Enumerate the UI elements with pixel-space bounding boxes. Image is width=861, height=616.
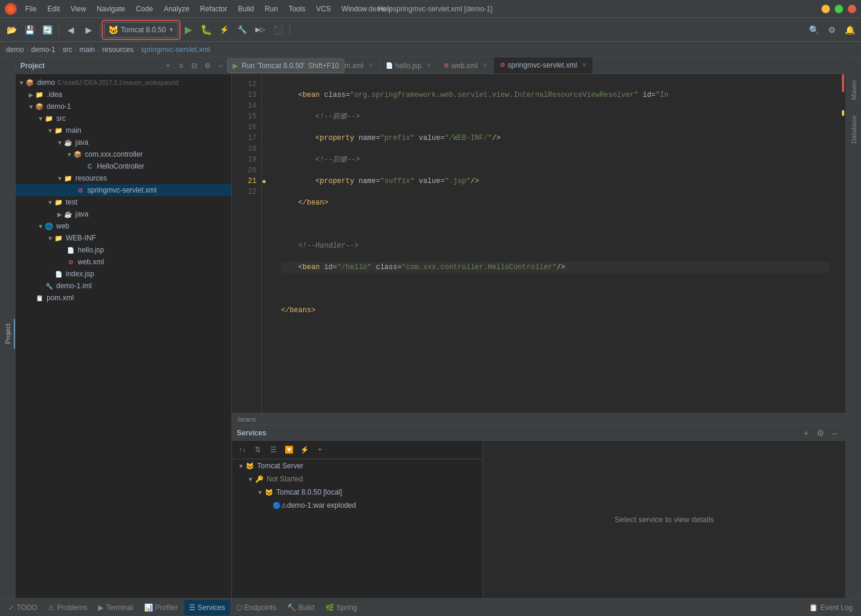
tree-item-demo1[interactable]: ▼ 📦 demo-1: [16, 100, 231, 112]
tree-item-demo[interactable]: ▼ 📦 demo E:\IntelliJ IDEA 2017.3.1\maven…: [16, 77, 231, 89]
tab-close-icon[interactable]: ✕: [483, 62, 487, 69]
tree-item-web[interactable]: ▼ 🌐 web: [16, 220, 231, 232]
more-run-button[interactable]: ▶▷: [252, 22, 268, 38]
project-settings-button[interactable]: ⚙: [201, 60, 213, 72]
svc-group-button[interactable]: ☰: [267, 443, 280, 456]
svc-config-button[interactable]: ⚡: [298, 443, 311, 456]
menu-vcs[interactable]: VCS: [312, 4, 336, 14]
tree-item-hello-jsp[interactable]: 📄 hello.jsp: [16, 244, 231, 256]
taskbar-build[interactable]: 🔨 Build: [282, 600, 319, 615]
menu-code[interactable]: Code: [131, 4, 158, 14]
tree-item-web-xml[interactable]: ⚙ web.xml: [16, 256, 231, 268]
minimize-button[interactable]: [822, 5, 830, 13]
forward-button[interactable]: ▶: [81, 22, 96, 38]
svc-item-not-started[interactable]: ▼ 🔑 Not Started: [232, 472, 483, 486]
debug-button[interactable]: 🐛: [199, 22, 214, 38]
maximize-button[interactable]: [835, 5, 843, 13]
tree-item-package[interactable]: ▼ 📦 com.xxx.controller: [16, 148, 231, 160]
back-button[interactable]: ◀: [63, 22, 78, 38]
menu-analyze[interactable]: Analyze: [159, 4, 194, 14]
code-editor[interactable]: 12 13 14 15 16 17 18 19 20 21 22: [232, 74, 845, 413]
taskbar-services[interactable]: ☰ Services: [184, 600, 230, 615]
breadcrumb-resources[interactable]: resources: [102, 45, 134, 54]
sync-button[interactable]: 🔄: [39, 22, 55, 38]
svc-filter-button[interactable]: 🔽: [282, 443, 295, 456]
tree-item-pom-inner[interactable]: 📋 pom.xml: [16, 292, 231, 304]
menu-run[interactable]: Run: [260, 4, 283, 14]
database-tab[interactable]: Database: [848, 111, 860, 148]
taskbar-endpoints[interactable]: ⬡ Endpoints: [231, 600, 281, 615]
tree-item-test-java[interactable]: ▶ ☕ java: [16, 208, 231, 220]
tree-item-java[interactable]: ▼ ☕ java: [16, 136, 231, 148]
close-button[interactable]: [848, 5, 856, 13]
tab-hello-jsp[interactable]: 📄 hello.jsp ✕: [380, 57, 438, 74]
run-config-dropdown[interactable]: 🐱 Tomcat 8.0.50 ▼: [104, 22, 178, 38]
tooltip-text: Run 'Tomcat 8.0.50': [242, 62, 304, 70]
svc-item-tomcat-server[interactable]: ▼ 🐱 Tomcat Server: [232, 459, 483, 472]
menu-view[interactable]: View: [66, 4, 91, 14]
services-layout: ↑↓ ⇅ ☰ 🔽 ⚡ + ▼ 🐱 Tomcat Server: [232, 441, 845, 598]
code-content[interactable]: <bean class="org.springframework.web.ser…: [274, 74, 837, 413]
taskbar-todo[interactable]: ✓ TODO: [4, 600, 42, 615]
breadcrumb-demo1[interactable]: demo-1: [31, 45, 56, 54]
taskbar-eventlog[interactable]: 📋 Event Log: [804, 600, 857, 615]
plugin-update-button[interactable]: 🔔: [842, 22, 857, 38]
menu-build[interactable]: Build: [233, 4, 259, 14]
search-everywhere-button[interactable]: 🔍: [806, 22, 822, 38]
stop-button[interactable]: ⬛: [270, 22, 286, 38]
breadcrumb-file[interactable]: springmvc-servlet.xml: [141, 45, 210, 54]
maven-tab[interactable]: Maven: [848, 75, 860, 105]
tree-item-resources[interactable]: ▼ 📁 resources: [16, 172, 231, 184]
tab-close-icon[interactable]: ✕: [582, 62, 587, 68]
open-button[interactable]: 📂: [4, 22, 19, 38]
tree-item-index-jsp[interactable]: 📄 index.jsp: [16, 268, 231, 280]
tab-close-icon[interactable]: ✕: [426, 62, 431, 69]
svc-add-button[interactable]: +: [313, 443, 326, 456]
svc-sort-button[interactable]: ⇅: [251, 443, 264, 456]
tree-item-webinf[interactable]: ▼ 📁 WEB-INF: [16, 232, 231, 244]
taskbar-spring[interactable]: 🌿 Spring: [320, 600, 362, 615]
run-button[interactable]: ▶: [181, 22, 196, 38]
tree-item-src[interactable]: ▼ 📁 src: [16, 112, 231, 124]
structure-tab[interactable]: Structure: [0, 322, 2, 358]
expand-arrow-icon: ▼: [47, 127, 54, 134]
profile-button[interactable]: 🔧: [234, 22, 250, 38]
svc-item-tomcat-local[interactable]: ▼ 🐱 Tomcat 8.0.50 [local]: [232, 486, 483, 499]
tree-item-demo1-iml[interactable]: 🔧 demo-1.iml: [16, 280, 231, 292]
menu-window[interactable]: Window: [337, 4, 372, 14]
tree-item-hello-controller[interactable]: C HelloController: [16, 160, 231, 172]
settings-button[interactable]: ⚙: [824, 22, 839, 38]
tree-item-main[interactable]: ▼ 📁 main: [16, 124, 231, 136]
project-hide-button[interactable]: –: [215, 60, 227, 72]
tree-item-idea[interactable]: ▶ 📁 .idea: [16, 89, 231, 100]
tree-item-test[interactable]: ▼ 📁 test: [16, 196, 231, 208]
breadcrumb-src[interactable]: src: [63, 45, 72, 54]
menu-tools[interactable]: Tools: [284, 4, 310, 14]
menu-refactor[interactable]: Refactor: [196, 4, 232, 14]
breadcrumb-demo[interactable]: demo: [6, 45, 24, 54]
project-tab[interactable]: Project: [2, 319, 15, 349]
tree-item-springmvc[interactable]: ⚙ springmvc-servlet.xml: [16, 184, 231, 196]
save-button[interactable]: 💾: [22, 22, 37, 38]
project-collapse-button[interactable]: ⊟: [188, 60, 200, 72]
taskbar-problems[interactable]: ⚠ Problems: [43, 600, 92, 615]
services-settings-button[interactable]: ⚙: [814, 427, 826, 439]
tab-springmvc[interactable]: ⚙ springmvc-servlet.xml ✕: [494, 57, 593, 74]
project-new-button[interactable]: +: [162, 60, 174, 72]
tab-close-icon[interactable]: ✕: [368, 62, 373, 69]
project-scroll-button[interactable]: ≡: [175, 60, 187, 72]
services-minimize-button[interactable]: –: [829, 427, 841, 439]
menu-edit[interactable]: Edit: [42, 4, 65, 14]
svc-collapse-all-button[interactable]: ↑↓: [236, 443, 249, 456]
tab-web-xml[interactable]: ⚙ web.xml ✕: [438, 57, 494, 74]
tree-label: java: [75, 138, 88, 147]
menu-file[interactable]: File: [20, 4, 41, 14]
menu-navigate[interactable]: Navigate: [92, 4, 130, 14]
problems-icon: ⚠: [48, 603, 54, 612]
coverage-button[interactable]: ⚡: [216, 22, 232, 38]
taskbar-profiler[interactable]: 📊 Profiler: [139, 600, 183, 615]
services-add-button[interactable]: +: [800, 427, 812, 439]
breadcrumb-main[interactable]: main: [80, 45, 95, 54]
svc-item-artifact[interactable]: 🔵⚠ demo-1:war exploded: [232, 499, 483, 512]
taskbar-terminal[interactable]: ▶ Terminal: [93, 600, 138, 615]
